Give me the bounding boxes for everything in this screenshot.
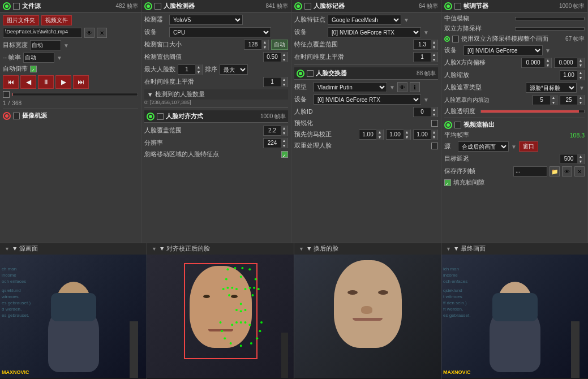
blur-down[interactable]: ▼ — [577, 100, 584, 105]
sw-device-select[interactable]: [0] NVIDIA GeForce RTX — [314, 94, 421, 105]
max-faces-val[interactable]: 1 — [178, 65, 195, 74]
threshold-val[interactable]: 0.50 — [264, 53, 281, 62]
transport-play[interactable]: ▶ — [55, 75, 71, 89]
x-offset-up[interactable]: ▲ — [544, 58, 551, 63]
face-detector-power[interactable] — [144, 2, 152, 10]
image-folder-tab[interactable]: 图片文件夹 — [3, 15, 39, 25]
face-id-val[interactable]: 0 — [414, 107, 431, 117]
resolution-down[interactable]: ▼ — [281, 143, 287, 148]
opacity-slider[interactable] — [480, 110, 585, 113]
dual-process-checkbox[interactable] — [431, 143, 438, 149]
stream-checkbox[interactable] — [454, 122, 461, 128]
source-select[interactable]: 合成后的画面 — [458, 141, 509, 152]
scale-down[interactable]: ▼ — [577, 75, 584, 80]
use-dual-power[interactable] — [444, 36, 450, 42]
landmark-select[interactable]: Google FaceMesh — [328, 15, 401, 25]
resolution-up[interactable]: ▲ — [281, 138, 287, 143]
file-source-power[interactable] — [3, 2, 11, 10]
stream-power[interactable] — [444, 121, 452, 129]
window-btn[interactable]: 窗口 — [519, 141, 538, 152]
save-path-input[interactable]: ... — [513, 166, 547, 176]
sort-select[interactable]: 最大 — [220, 64, 248, 75]
use-dual-checkbox[interactable] — [452, 36, 459, 42]
camera-checkbox[interactable] — [13, 113, 20, 119]
align-checkbox[interactable] — [157, 113, 164, 120]
fm-coverage-down[interactable]: ▼ — [431, 45, 437, 50]
fm-coverage-val[interactable]: 1.3 — [414, 40, 431, 49]
detector-select[interactable]: YoloV5 — [169, 15, 243, 25]
fill-gaps-checkbox[interactable]: ✓ — [444, 179, 451, 186]
coverage-val[interactable]: 2.2 — [264, 126, 281, 135]
target-width-select[interactable]: 自动 — [30, 40, 61, 50]
swapper-power[interactable] — [297, 70, 304, 77]
blur-up[interactable]: ▲ — [577, 95, 584, 100]
target-delay-down[interactable]: ▼ — [577, 159, 584, 164]
face-id-down[interactable]: ▼ — [431, 112, 437, 117]
pre-enhance-val3[interactable]: 1.00 — [414, 130, 431, 139]
max-faces-down[interactable]: ▼ — [195, 70, 202, 75]
video-file-tab[interactable]: 视频文件 — [41, 15, 72, 25]
frame-adj-power[interactable] — [444, 2, 452, 10]
file-path-input[interactable]: \DeepFaceLive\twitch1.mp4 — [3, 28, 82, 38]
threshold-up[interactable]: ▲ — [281, 52, 287, 57]
model-info-btn[interactable]: ℹ — [410, 82, 420, 92]
save-folder-btn[interactable]: 📁 — [550, 166, 560, 176]
coverage-down[interactable]: ▼ — [281, 131, 287, 136]
fm-temporal-up[interactable]: ▲ — [431, 52, 437, 57]
ignore-moving-checkbox[interactable]: ✓ — [281, 151, 288, 158]
transport-pause[interactable]: ⏸ — [38, 75, 54, 89]
scale-val[interactable]: 1.00 — [560, 71, 577, 80]
file-source-checkbox[interactable] — [13, 3, 20, 10]
swapper-checkbox[interactable] — [307, 70, 314, 77]
transport-next-end[interactable]: ⏭ — [73, 75, 89, 89]
pre-enhance-val2[interactable]: 1.00 — [387, 130, 404, 139]
frame-adj-checkbox[interactable] — [454, 3, 461, 10]
align-power[interactable] — [147, 113, 154, 120]
frame-rate-select[interactable]: 自动 — [23, 53, 54, 63]
pre-enhance-down1[interactable]: ▼ — [376, 135, 383, 140]
y-offset-up[interactable]: ▲ — [577, 58, 584, 63]
max-faces-up[interactable]: ▲ — [195, 64, 202, 70]
pre-enhance-up2[interactable]: ▲ — [404, 130, 410, 135]
fm-coverage-up[interactable]: ▲ — [431, 40, 437, 45]
y-offset-down[interactable]: ▼ — [577, 63, 584, 68]
progress-checkbox[interactable] — [3, 91, 10, 98]
window-size-down[interactable]: ▼ — [261, 45, 268, 50]
pre-enhance-down3[interactable]: ▼ — [431, 135, 437, 140]
fa-device-select[interactable]: [0] NVIDIA GeForce — [463, 45, 543, 55]
median-slider[interactable] — [515, 17, 585, 20]
device-select[interactable]: CPU — [169, 27, 271, 37]
pre-enhance-val1[interactable]: 1.00 — [359, 130, 376, 139]
detected-count-header[interactable]: ▼ 检测到的人脸数量 — [144, 89, 288, 100]
target-delay-val[interactable]: 500 — [560, 154, 577, 163]
save-eye-btn[interactable]: 👁 — [562, 166, 572, 176]
resolution-val[interactable]: 224 — [264, 139, 281, 148]
mask-type-select[interactable]: 源脸*目标脸 — [526, 83, 577, 93]
threshold-down[interactable]: ▼ — [281, 57, 287, 62]
file-eye-btn[interactable]: 👁 — [84, 28, 95, 38]
temporal-smooth-down[interactable]: ▼ — [281, 82, 287, 87]
target-delay-up[interactable]: ▲ — [577, 154, 584, 159]
pre-enhance-up1[interactable]: ▲ — [376, 130, 383, 135]
x-offset-val[interactable]: 0.000 — [522, 58, 544, 67]
face-id-up[interactable]: ▲ — [431, 107, 437, 112]
y-offset-val[interactable]: 0.000 — [555, 58, 577, 67]
pre-enhance-up3[interactable]: ▲ — [431, 130, 437, 135]
face-marker-checkbox[interactable] — [304, 3, 311, 10]
pre-enhance-down2[interactable]: ▼ — [404, 135, 410, 140]
x-offset-down[interactable]: ▼ — [544, 63, 551, 68]
face-detector-checkbox[interactable] — [154, 3, 161, 10]
inner-padding-up[interactable]: ▲ — [550, 95, 557, 100]
file-close-btn[interactable]: ✕ — [97, 28, 107, 38]
fm-temporal-down[interactable]: ▼ — [431, 57, 437, 62]
save-close-btn[interactable]: ✕ — [574, 166, 585, 176]
fm-temporal-val[interactable]: 1 — [414, 53, 431, 62]
pre-sharpen-checkbox[interactable] — [431, 120, 438, 127]
face-marker-power[interactable] — [294, 2, 302, 10]
model-eye-btn[interactable]: 👁 — [397, 82, 407, 92]
camera-power[interactable] — [3, 112, 11, 120]
temporal-smooth-up[interactable]: ▲ — [281, 77, 287, 82]
transport-prev-start[interactable]: ⏮ — [3, 75, 19, 89]
auto-loop-checkbox[interactable]: ✓ — [30, 66, 37, 72]
transport-prev[interactable]: ◀ — [20, 75, 36, 89]
